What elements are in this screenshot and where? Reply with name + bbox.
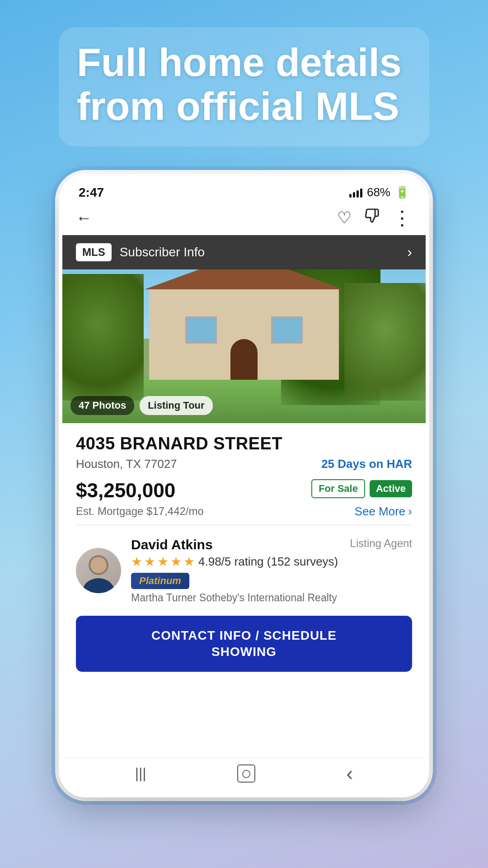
star-2: ★ <box>144 554 155 569</box>
star-5: ★ <box>183 554 195 569</box>
photo-tags: 47 Photos Listing Tour <box>70 396 213 415</box>
more-options-button[interactable]: ⋮ <box>392 208 412 228</box>
listing-content: 4035 BRANARD STREET Houston, TX 77027 25… <box>62 423 426 757</box>
mls-subscriber-label: Subscriber Info <box>120 245 205 259</box>
dislike-button[interactable] <box>364 208 380 227</box>
agent-name: David Atkins <box>131 537 213 552</box>
property-city: Houston, TX 77027 <box>76 457 177 471</box>
property-address: 4035 BRANARD STREET <box>76 434 412 453</box>
mls-arrow-icon: › <box>407 244 412 260</box>
photos-count-tag: 47 Photos <box>70 396 134 415</box>
listing-tour-tag: Listing Tour <box>140 396 212 415</box>
phone-mockup: 2:47 68% 🔋 ← ♡ <box>59 174 429 797</box>
see-more-link[interactable]: See More › <box>355 505 412 519</box>
mortgage-row: Est. Mortgage $17,442/mo See More › <box>76 505 412 519</box>
for-sale-badge: For Sale <box>311 479 365 498</box>
agent-rating: ★ ★ ★ ★ ★ 4.98/5 rating (152 surveys) <box>131 554 412 569</box>
mls-badge: MLS <box>76 243 112 261</box>
contact-schedule-button[interactable]: CONTACT INFO / SCHEDULE SHOWING <box>76 616 412 672</box>
star-1: ★ <box>131 554 142 569</box>
svg-point-1 <box>83 578 114 593</box>
agent-top-row: David Atkins Listing Agent <box>131 537 412 552</box>
price-row: $3,250,000 For Sale Active <box>76 479 412 502</box>
status-bar: 2:47 68% 🔋 <box>62 177 426 203</box>
mls-banner[interactable]: MLS Subscriber Info › <box>62 235 426 269</box>
platinum-badge: Platinum <box>131 573 189 589</box>
phone-screen: 2:47 68% 🔋 ← ♡ <box>62 177 426 794</box>
bottom-navigation: ||| ○ ‹ <box>62 757 426 794</box>
star-3: ★ <box>157 554 169 569</box>
agent-role: Listing Agent <box>350 537 412 550</box>
status-right: 68% 🔋 <box>349 185 409 199</box>
menu-nav-icon[interactable]: ||| <box>135 765 146 782</box>
back-nav-icon[interactable]: ‹ <box>347 762 353 785</box>
top-navigation: ← ♡ ⋮ <box>62 203 426 235</box>
mls-badge-group: MLS Subscriber Info <box>76 243 205 261</box>
agent-avatar <box>76 548 121 593</box>
back-button[interactable]: ← <box>76 208 92 227</box>
property-image: 47 Photos Listing Tour <box>62 269 426 423</box>
home-nav-icon[interactable]: ○ <box>237 764 255 783</box>
property-price: $3,250,000 <box>76 479 175 502</box>
mortgage-estimate: Est. Mortgage $17,442/mo <box>76 505 204 518</box>
days-on-market: 25 Days on HAR <box>321 457 412 471</box>
battery-level: 68% <box>367 185 390 199</box>
agent-section: David Atkins Listing Agent ★ ★ ★ ★ ★ 4.9… <box>76 531 412 612</box>
like-button[interactable]: ♡ <box>337 208 352 227</box>
star-rating: ★ ★ ★ ★ ★ <box>131 554 195 569</box>
nav-actions: ♡ ⋮ <box>337 208 412 228</box>
star-4: ★ <box>170 554 182 569</box>
agent-photo <box>76 548 121 593</box>
battery-icon: 🔋 <box>395 185 409 199</box>
status-time: 2:47 <box>79 185 104 200</box>
active-badge: Active <box>370 480 412 497</box>
divider <box>76 525 412 525</box>
header-banner: Full home details from official MLS <box>59 27 429 146</box>
listing-badges: For Sale Active <box>311 479 412 498</box>
rating-text: 4.98/5 rating (152 surveys) <box>198 555 338 569</box>
agent-info: David Atkins Listing Agent ★ ★ ★ ★ ★ 4.9… <box>131 537 412 604</box>
svg-point-2 <box>90 557 107 573</box>
signal-icon <box>349 188 362 198</box>
listing-meta: Houston, TX 77027 25 Days on HAR <box>76 457 412 471</box>
header-title: Full home details from official MLS <box>77 41 411 128</box>
agent-company: Martha Turner Sotheby's International Re… <box>131 592 412 604</box>
